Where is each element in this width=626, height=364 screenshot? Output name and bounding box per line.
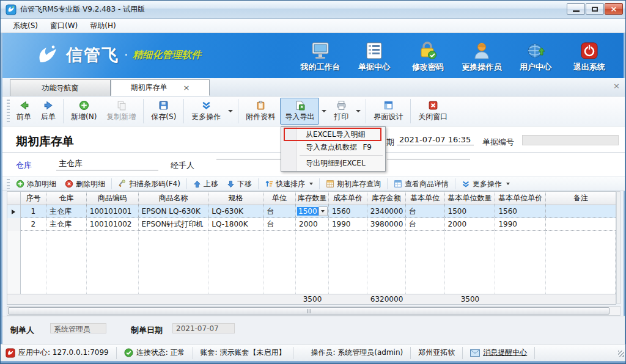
document-center-button[interactable]: 单据中心	[347, 37, 401, 75]
col-header-name[interactable]: 商品名称	[139, 192, 209, 205]
arrow-down-icon	[227, 180, 235, 188]
next-bill-button[interactable]: 后单	[36, 98, 61, 125]
restore-button[interactable]	[586, 3, 604, 15]
tab-bar: 功能导航窗 期初库存单 × ×	[2, 78, 625, 96]
col-header-warehouse[interactable]: 仓库	[46, 192, 87, 205]
billno-field[interactable]	[522, 135, 619, 145]
col-header-spec[interactable]: 规格	[208, 192, 263, 205]
tab-opening-inventory[interactable]: 期初库存单 ×	[111, 79, 210, 96]
tab-navigation[interactable]: 功能导航窗	[10, 79, 111, 96]
col-header-base-unit[interactable]: 基本单位	[406, 192, 445, 205]
menu-help[interactable]: 帮助(H)	[84, 20, 122, 32]
menu-bar: 系统(S) 窗口(W) 帮助(H)	[1, 19, 626, 33]
qty-dropdown-button[interactable]	[319, 206, 328, 216]
close-button[interactable]: ×	[605, 3, 623, 15]
import-export-menu: 从EXCEL导入明细 导入盘点机数据 F9 导出明细到EXCEL	[281, 126, 386, 172]
workbench-icon	[310, 42, 331, 60]
total-base-qty: 3500	[445, 294, 496, 304]
close-icon: ×	[611, 4, 617, 13]
tab-close-icon[interactable]: ×	[183, 83, 190, 92]
logo-icon	[34, 43, 60, 67]
row-indicator	[7, 218, 21, 231]
import-export-icon	[295, 100, 305, 111]
clipboard-icon	[256, 100, 266, 111]
print-button[interactable]: 打印	[329, 98, 353, 125]
resize-grip[interactable]	[618, 351, 624, 357]
exit-system-button[interactable]: 退出系统	[562, 37, 616, 75]
exit-power-icon	[580, 42, 598, 60]
col-header-qty[interactable]: 库存数量	[296, 192, 329, 205]
quick-sort-button[interactable]: 快速排序	[260, 178, 317, 190]
make-date-label: 制单日期	[131, 325, 163, 336]
col-header-price[interactable]: 成本单价	[329, 192, 367, 205]
horizontal-scrollbar[interactable]	[7, 306, 620, 316]
more-operations-button[interactable]: 更多操作	[186, 98, 226, 125]
opening-inventory-query-button[interactable]: 期初库存查询	[322, 178, 385, 190]
delete-detail-button[interactable]: 删除明细	[61, 178, 109, 190]
import-export-caret[interactable]	[322, 110, 326, 112]
logo-slogan: 精细化管理软件	[133, 49, 201, 62]
grid-header-row: 序号 仓库 商品编码 商品名称 规格 单位 库存数量 成本单价 库存金额 基本单…	[7, 192, 616, 205]
app-center-panel: 应用中心: 127.0.0.1:7099	[4, 347, 117, 359]
menu-item-export-to-excel[interactable]: 导出明细到EXCEL	[281, 157, 385, 170]
account-panel: 账套: 演示账套【未启用】	[193, 347, 294, 359]
operator-icon	[473, 42, 491, 60]
close-window-button[interactable]: 关闭窗口	[413, 98, 452, 125]
add-new-button[interactable]: 新增(N)	[66, 98, 101, 125]
pane-close-icon[interactable]: ×	[613, 81, 620, 90]
query-table-icon	[326, 180, 334, 188]
import-export-button[interactable]: 导入导出	[280, 98, 319, 125]
add-detail-button[interactable]: 添加明细	[12, 178, 61, 190]
move-up-button[interactable]: 上移	[189, 178, 223, 190]
detail-more-operations-button[interactable]: 更多操作	[457, 178, 514, 190]
product-table-icon	[394, 180, 402, 188]
menu-separator	[300, 155, 383, 156]
col-header-base-qty[interactable]: 基本单位数量	[445, 192, 496, 205]
menu-window[interactable]: 窗口(W)	[44, 20, 84, 32]
save-icon	[158, 100, 169, 111]
qty-editor-cell[interactable]: 1500	[296, 205, 329, 218]
window-border-bottom	[1, 361, 626, 364]
detail-double-chevron-icon	[462, 180, 470, 188]
row-arrow-icon	[12, 209, 15, 214]
save-button[interactable]: 保存(S)	[146, 98, 181, 125]
double-chevron-down-icon	[201, 100, 212, 111]
switch-operator-button[interactable]: 更换操作员	[455, 37, 509, 75]
scrollbar-thumb[interactable]	[8, 307, 609, 315]
message-center-panel[interactable]: 消息提醒中心	[463, 347, 535, 359]
col-header-remark[interactable]: 备注	[546, 192, 616, 205]
more-operations-caret[interactable]	[228, 110, 233, 112]
user-center-button[interactable]: 用户中心	[509, 37, 562, 75]
change-password-button[interactable]: 修改密码	[401, 37, 455, 75]
operator-panel: 操作员: 系统管理员(admin)	[303, 347, 411, 359]
brand-banner: 信管飞 · 精细化管理软件 我的工作台 单据中心 修改密码 更换操作员	[2, 33, 625, 78]
col-header-no[interactable]: 序号	[21, 192, 46, 205]
vertical-scrollbar[interactable]	[616, 191, 620, 304]
move-down-button[interactable]: 下移	[223, 178, 256, 190]
menu-item-import-scanner-data[interactable]: 导入盘点机数据 F9	[281, 141, 385, 154]
extra-field[interactable]	[387, 158, 470, 159]
scan-barcode-button[interactable]: 扫描条形码(F4)	[114, 178, 185, 190]
prev-bill-button[interactable]: 前单	[12, 98, 36, 125]
banner-actions: 我的工作台 单据中心 修改密码 更换操作员 用户中心 退出系统	[293, 37, 616, 75]
message-center-link[interactable]: 消息提醒中心	[483, 348, 527, 358]
arrow-right-icon	[43, 100, 54, 111]
table-row[interactable]: 2 主仓库 100101002 EPSON针式打印机 LQ-1800K 台 20…	[7, 218, 616, 231]
grid-empty-area	[7, 231, 616, 294]
warehouse-field[interactable]: 主仓库	[56, 158, 158, 170]
col-header-amount[interactable]: 库存金额	[367, 192, 406, 205]
col-header-code[interactable]: 商品编码	[87, 192, 139, 205]
minimize-button[interactable]	[567, 3, 585, 15]
ui-design-button[interactable]: 界面设计	[369, 98, 408, 125]
menu-system[interactable]: 系统(S)	[7, 20, 44, 32]
print-caret[interactable]	[356, 110, 361, 112]
col-header-unit[interactable]: 单位	[263, 192, 296, 205]
workbench-button[interactable]: 我的工作台	[293, 37, 347, 75]
bill-date-field[interactable]: 2021-07-07 16:35	[397, 135, 474, 145]
main-toolbar: 前单 后单 新增(N) 复制新增 保存(S) 更多操作 附件资料	[2, 96, 625, 126]
view-product-detail-button[interactable]: 查看商品详情	[389, 178, 453, 190]
col-header-base-price[interactable]: 基本单位单价	[495, 192, 546, 205]
minimize-icon	[573, 10, 580, 12]
table-row[interactable]: 1 主仓库 100101001 EPSON LQ-630K LQ-630K 台 …	[7, 205, 616, 218]
attachment-button[interactable]: 附件资料	[241, 98, 280, 125]
